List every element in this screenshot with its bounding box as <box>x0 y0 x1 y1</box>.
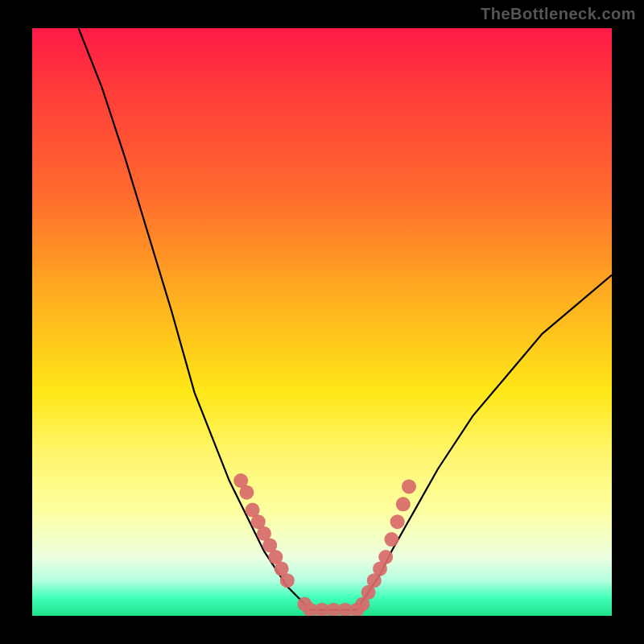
bottleneck-curve <box>79 28 612 610</box>
highlight-dot <box>280 573 295 588</box>
watermark-text: TheBottleneck.com <box>481 5 636 23</box>
plot-area <box>32 28 612 616</box>
highlight-dot <box>378 550 393 564</box>
chart-stage: TheBottleneck.com <box>0 0 644 644</box>
curve-svg <box>32 28 612 616</box>
highlight-dot <box>402 479 416 493</box>
highlight-dot <box>384 532 398 547</box>
highlight-dot <box>239 485 254 500</box>
highlight-dot <box>396 497 411 511</box>
highlight-dot <box>390 514 405 529</box>
